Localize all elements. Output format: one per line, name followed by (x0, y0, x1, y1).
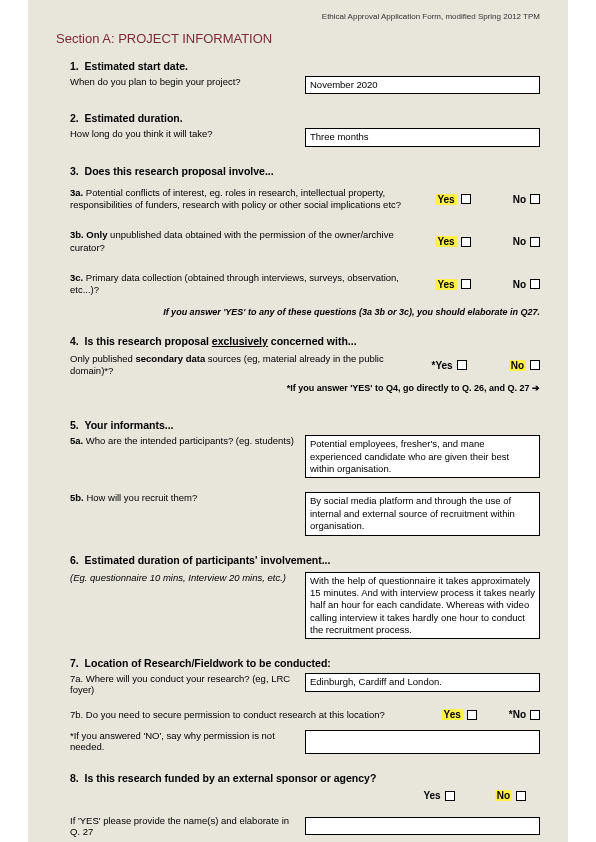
q3b-yes-checkbox[interactable] (461, 237, 471, 247)
q4-note: *If you answer 'YES' to Q4, go directly … (287, 383, 530, 393)
q7-title: Location of Research/Fieldwork to be con… (85, 657, 331, 669)
q4-sub-a: Only published (70, 353, 135, 364)
q4-sub-b: secondary data (135, 353, 205, 364)
q3a-yes-label: Yes (435, 194, 456, 205)
q8-no-checkbox[interactable] (516, 791, 526, 801)
q4-yes-checkbox[interactable] (457, 360, 467, 370)
q3a-no-checkbox[interactable] (530, 194, 540, 204)
question-2: 2. Estimated duration. How long do you t… (56, 112, 540, 146)
q3b-label: 3b. Only (70, 229, 107, 240)
q3c-yes-label: Yes (435, 279, 456, 290)
q8-input[interactable] (305, 817, 540, 835)
q8-no-label: No (495, 790, 512, 801)
q3a-no-label: No (513, 194, 526, 205)
q3-title: Does this research proposal involve... (85, 165, 274, 177)
q8-num: 8. (70, 772, 79, 784)
q8-title: Is this research funded by an external s… (85, 772, 377, 784)
question-3: 3. Does this research proposal involve..… (56, 165, 540, 317)
q6-title: Estimated duration of participants' invo… (85, 554, 331, 566)
q5a-text: Who are the intended participants? (eg. … (86, 435, 294, 446)
q8-sub: If 'YES' please provide the name(s) and … (70, 815, 305, 837)
q5b-text: How will you recruit them? (86, 492, 197, 503)
q3b-no-checkbox[interactable] (530, 237, 540, 247)
q1-input[interactable]: November 2020 (305, 76, 540, 94)
q2-num: 2. (70, 112, 79, 124)
section-title: Section A: PROJECT INFORMATION (56, 31, 540, 46)
q7b-yes-label: Yes (442, 709, 463, 720)
q5b-input[interactable]: By social media platform and through the… (305, 492, 540, 535)
q3c-no-label: No (513, 279, 526, 290)
q4-no-label: No (509, 360, 526, 371)
q7a-text: 7a. Where will you conduct your research… (70, 673, 305, 695)
q4-yes-label: *Yes (432, 360, 453, 371)
q8-yes-checkbox[interactable] (445, 791, 455, 801)
q4-title-b: concerned with... (268, 335, 357, 347)
q2-title: Estimated duration. (85, 112, 183, 124)
question-7: 7. Location of Research/Fieldwork to be … (56, 657, 540, 754)
q4-num: 4. (70, 335, 79, 347)
q6-input[interactable]: With the help of questionnaire it takes … (305, 572, 540, 640)
q7b-yes-checkbox[interactable] (467, 710, 477, 720)
q3-num: 3. (70, 165, 79, 177)
q1-sub: When do you plan to begin your project? (70, 76, 305, 87)
q1-title: Estimated start date. (85, 60, 188, 72)
question-8: 8. Is this research funded by an externa… (56, 772, 540, 837)
q7c-text: *If you answered 'NO', say why permissio… (70, 730, 305, 752)
q3-note: If you answer 'YES' to any of these ques… (70, 307, 540, 317)
q3a-label: 3a. (70, 187, 83, 198)
q2-input[interactable]: Three months (305, 128, 540, 146)
q3c-label: 3c. (70, 272, 83, 283)
q7c-input[interactable] (305, 730, 540, 754)
question-6: 6. Estimated duration of participants' i… (56, 554, 540, 640)
q3b-no-label: No (513, 236, 526, 247)
arrow-icon: ➔ (532, 383, 540, 393)
q4-title-u: exclusively (212, 335, 268, 347)
q7b-no-label: *No (509, 709, 526, 720)
q3c-no-checkbox[interactable] (530, 279, 540, 289)
q7-num: 7. (70, 657, 79, 669)
q5-title: Your informants... (84, 419, 173, 431)
question-1: 1. Estimated start date. When do you pla… (56, 60, 540, 94)
q3b-text: unpublished data obtained with the permi… (70, 229, 394, 252)
q4-no-checkbox[interactable] (530, 360, 540, 370)
q3b-yes-label: Yes (435, 236, 456, 247)
q5a-label: 5a. (70, 435, 83, 446)
q7b-text: 7b. Do you need to secure permission to … (70, 709, 426, 720)
q6-eg: (Eg. questionnaire 10 mins, Interview 20… (70, 572, 305, 583)
q4-title-a: Is this research proposal (85, 335, 212, 347)
question-4: 4. Is this research proposal exclusively… (56, 335, 540, 394)
q2-sub: How long do you think it will take? (70, 128, 305, 139)
q7b-no-checkbox[interactable] (530, 710, 540, 720)
q6-num: 6. (70, 554, 79, 566)
q3c-yes-checkbox[interactable] (461, 279, 471, 289)
q7a-input[interactable]: Edinburgh, Cardiff and London. (305, 673, 540, 691)
q3a-yes-checkbox[interactable] (461, 194, 471, 204)
q3a-text: Potential conflicts of interest, eg. rol… (70, 187, 401, 210)
question-5: 5. Your informants... 5a. Who are the in… (56, 419, 540, 535)
q5a-input[interactable]: Potential employees, fresher's, and mane… (305, 435, 540, 478)
q3c-text: Primary data collection (obtained throug… (70, 272, 399, 295)
q1-num: 1. (70, 60, 79, 72)
page-header: Ethical Approval Application Form, modif… (56, 12, 540, 21)
q8-yes-label: Yes (423, 790, 440, 801)
q5-num: 5. (70, 419, 79, 431)
q5b-label: 5b. (70, 492, 84, 503)
